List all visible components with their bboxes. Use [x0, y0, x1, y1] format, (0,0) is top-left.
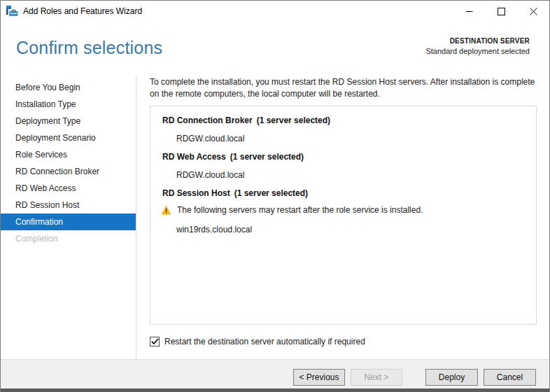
window-title: Add Roles and Features Wizard [23, 6, 142, 16]
section-title-rd-connection-broker: RD Connection Broker(1 server selected) [162, 115, 536, 126]
checkmark-icon [151, 338, 159, 345]
wizard-footer: < Previous Next > Deploy Cancel [1, 359, 549, 388]
server-name: RDGW.cloud.local [176, 169, 536, 181]
sidebar-item-rd-connection-broker[interactable]: RD Connection Broker [1, 163, 136, 180]
window-bottom-edge [1, 388, 549, 392]
destination-server-value: Standard deployment selected [425, 47, 530, 55]
sidebar-item-installation-type[interactable]: Installation Type [1, 96, 136, 113]
restart-checkbox[interactable] [150, 337, 160, 346]
previous-button[interactable]: < Previous [293, 369, 345, 386]
sidebar-item-deployment-scenario[interactable]: Deployment Scenario [1, 130, 136, 146]
minimize-button[interactable] [453, 1, 485, 22]
wizard-header: Confirm selections DESTINATION SERVER St… [1, 22, 549, 76]
wizard-content: To complete the installation, you must r… [137, 76, 549, 359]
warning-text: The following servers may restart after … [177, 204, 423, 216]
wizard-steps-sidebar: Before You Begin Installation Type Deplo… [1, 76, 136, 359]
destination-server-label: DESTINATION SERVER [425, 37, 530, 45]
sidebar-item-rd-web-access[interactable]: RD Web Access [1, 180, 136, 197]
destination-server-block: DESTINATION SERVER Standard deployment s… [425, 37, 530, 55]
warning-icon [161, 205, 171, 215]
next-button: Next > [351, 369, 402, 386]
sidebar-item-role-services[interactable]: Role Services [1, 146, 136, 163]
cancel-button[interactable]: Cancel [484, 369, 536, 386]
intro-text: To complete the installation, you must r… [150, 76, 540, 99]
sidebar-item-rd-session-host[interactable]: RD Session Host [1, 197, 136, 214]
sidebar-item-confirmation[interactable]: Confirmation [1, 214, 136, 230]
sidebar-item-before-you-begin[interactable]: Before You Begin [1, 79, 136, 96]
restart-checkbox-label[interactable]: Restart the destination server automatic… [164, 337, 365, 346]
wizard-window: Add Roles and Features Wizard Confirm se… [0, 0, 550, 392]
title-bar: Add Roles and Features Wizard [1, 1, 549, 22]
confirmation-panel: RD Connection Broker(1 server selected) … [150, 106, 537, 325]
server-name: RDGW.cloud.local [176, 133, 536, 144]
minimize-icon [465, 8, 473, 15]
close-button[interactable] [517, 1, 549, 22]
section-title-rd-web-access: RD Web Access(1 server selected) [162, 151, 536, 162]
sidebar-item-deployment-type[interactable]: Deployment Type [1, 113, 136, 130]
restart-warning-row: The following servers may restart after … [161, 204, 536, 216]
page-title: Confirm selections [16, 38, 162, 58]
close-icon [530, 8, 537, 15]
sidebar-item-completion: Completion [1, 230, 136, 247]
maximize-button[interactable] [485, 1, 517, 22]
section-title-rd-session-host: RD Session Host(1 server selected) [162, 188, 536, 199]
wizard-app-icon [6, 6, 18, 17]
restart-checkbox-row[interactable]: Restart the destination server automatic… [150, 337, 365, 346]
deploy-button[interactable]: Deploy [425, 369, 478, 386]
maximize-icon [498, 8, 505, 15]
server-name: win19rds.cloud.local [176, 224, 536, 235]
